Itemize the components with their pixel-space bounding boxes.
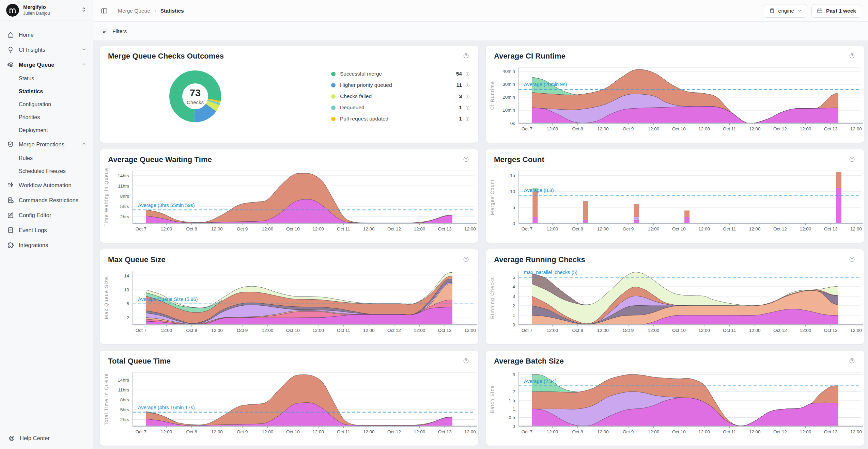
card-title: Average CI Runtime [494, 52, 565, 61]
sidebar-item-merge-queue[interactable]: Merge Queue [0, 57, 93, 72]
chart-running-checks[interactable]: max_parallel_checks (5) 012345Oct 712:00… [489, 266, 864, 336]
svg-text:Oct 11: Oct 11 [723, 328, 736, 333]
main-area: Merge Queue Statistics engine Past 1 wee… [93, 0, 868, 449]
svg-text:Oct 13: Oct 13 [438, 328, 452, 333]
chart-ci-runtime[interactable]: Average (26min 9s) 0s10min20min30min40mi… [489, 62, 864, 134]
svg-text:12:00: 12:00 [749, 328, 761, 333]
filters-label[interactable]: Filters [112, 28, 127, 34]
svg-text:12:00: 12:00 [262, 328, 274, 333]
legend-item-dequeued[interactable]: Dequeued 1 [331, 102, 470, 113]
svg-text:12:00: 12:00 [800, 328, 811, 333]
lifebuoy-icon [8, 435, 15, 442]
sidebar-toggle-button[interactable] [100, 7, 108, 15]
date-range-button[interactable]: Past 1 week [811, 4, 861, 18]
sidebar-item-config-editor[interactable]: Config Editor [0, 208, 93, 223]
help-circle-icon[interactable] [463, 357, 469, 364]
breadcrumb-merge-queue[interactable]: Merge Queue [118, 8, 150, 14]
legend-item-pull-request-updated[interactable]: Pull request updated 1 [331, 113, 470, 125]
svg-text:12:00: 12:00 [363, 328, 375, 333]
sidebar-item-deployment[interactable]: Deployment [0, 124, 93, 137]
sidebar-item-rules[interactable]: Rules [0, 152, 93, 165]
help-center-link[interactable]: Help Center [0, 427, 93, 449]
svg-text:12:00: 12:00 [698, 429, 710, 434]
help-circle-icon[interactable] [463, 256, 469, 263]
sidebar-item-integrations[interactable]: Integrations [0, 238, 93, 253]
info-circle-icon [465, 116, 470, 122]
filter-icon [102, 28, 109, 35]
topbar-divider [113, 7, 113, 15]
sidebar-item-statistics[interactable]: Statistics [0, 85, 93, 98]
org-switcher[interactable]: Mergifyio Julien Danjou [0, 0, 93, 20]
svg-text:Oct 7: Oct 7 [522, 226, 532, 231]
sidebar-item-home[interactable]: Home [0, 27, 93, 42]
legend-label: Higher priority queued [340, 82, 456, 88]
help-circle-icon[interactable] [849, 256, 855, 263]
legend-item-checks-failed[interactable]: Checks failed 3 [331, 91, 470, 102]
legend-label: Pull request updated [340, 116, 459, 122]
svg-text:12:00: 12:00 [464, 429, 476, 434]
svg-text:Total Time in Queue: Total Time in Queue [104, 373, 109, 425]
svg-text:0.5: 0.5 [509, 415, 515, 420]
repository-select[interactable]: engine [764, 4, 808, 18]
outcomes-donut[interactable]: 73 Checks [163, 64, 228, 129]
svg-text:Oct 9: Oct 9 [237, 328, 248, 333]
chart-merges-count[interactable]: Average (8.8) 051015Oct 712:00Oct 812:00… [489, 165, 864, 234]
chart-batch-size[interactable]: Average (2.34) 00.511.523Oct 712:00Oct 8… [489, 367, 864, 437]
sidebar-item-commands-restrictions[interactable]: Commands Restrictions [0, 193, 93, 208]
info-circle-icon [465, 94, 470, 99]
help-circle-icon [463, 256, 469, 263]
svg-text:Oct 11: Oct 11 [337, 429, 350, 434]
repository-select-value: engine [778, 8, 794, 14]
svg-text:12:00: 12:00 [464, 226, 476, 231]
sidebar-item-scheduled-freezes[interactable]: Scheduled Freezes [0, 165, 93, 178]
svg-text:2hrs: 2hrs [120, 214, 129, 219]
help-circle-icon[interactable] [463, 52, 469, 59]
sidebar-item-merge-protections[interactable]: Merge Protections [0, 137, 93, 152]
sidebar: Mergifyio Julien Danjou Home CI Insights… [0, 0, 93, 449]
chevron-up-icon [81, 141, 87, 146]
help-circle-icon [463, 357, 469, 364]
svg-text:12:00: 12:00 [160, 429, 172, 434]
help-circle-icon[interactable] [849, 52, 855, 59]
svg-text:Oct 8: Oct 8 [186, 328, 197, 333]
svg-text:12:00: 12:00 [698, 126, 710, 131]
selector-icon [80, 6, 87, 13]
legend-item-successful-merge[interactable]: Successful merge 54 [331, 68, 470, 80]
sidebar-item-event-logs[interactable]: Event Logs [0, 223, 93, 238]
svg-text:Oct 10: Oct 10 [672, 126, 686, 131]
svg-text:2hrs: 2hrs [120, 417, 129, 422]
chart-queue-waiting[interactable]: Average (3hrs 55min 59s) 2hrs5hrs8hrs11h… [103, 165, 478, 234]
svg-text:12:00: 12:00 [648, 126, 660, 131]
svg-text:2: 2 [512, 389, 515, 394]
sidebar-item-ci-insights[interactable]: CI Insights [0, 42, 93, 57]
svg-text:Oct 11: Oct 11 [337, 328, 350, 333]
sidebar-item-configuration[interactable]: Configuration [0, 98, 93, 111]
svg-text:1: 1 [512, 406, 515, 412]
calendar-icon [817, 7, 823, 14]
sidebar-item-workflow-automation[interactable]: Workflow Automation [0, 178, 93, 193]
chart-total-queue-time[interactable]: Average (4hrs 16min 17s) 2hrs5hrs8hrs11h… [103, 367, 478, 437]
legend-value: 1 [459, 105, 462, 111]
org-selector-icon[interactable] [80, 6, 87, 14]
svg-text:14hrs: 14hrs [118, 378, 129, 383]
card-title: Max Queue Size [108, 255, 166, 264]
svg-text:Average (3hrs 55min 59s): Average (3hrs 55min 59s) [138, 203, 195, 208]
chart-max-queue-size[interactable]: Average Queue Size (5.96) 261014Oct 712:… [103, 266, 478, 336]
help-circle-icon[interactable] [849, 156, 855, 163]
svg-text:Average Queue Size (5.96): Average Queue Size (5.96) [138, 296, 198, 302]
filter-icon[interactable] [102, 28, 109, 35]
card-batch-size: Average Batch Size Average (2.34) 00.511… [485, 350, 865, 446]
help-circle-icon[interactable] [849, 357, 855, 364]
org-name: Mergifyio [23, 4, 76, 11]
svg-text:10: 10 [510, 189, 515, 194]
sidebar-item-status[interactable]: Status [0, 72, 93, 85]
pencil-square-icon [7, 211, 14, 219]
help-circle-icon[interactable] [463, 156, 469, 163]
svg-text:0: 0 [512, 322, 515, 327]
sidebar-item-priorities[interactable]: Priorities [0, 111, 93, 124]
sidebar-subitem-label: Configuration [19, 101, 51, 108]
svg-text:Oct 13: Oct 13 [824, 429, 838, 434]
svg-text:15: 15 [510, 173, 515, 178]
legend-item-higher-priority-queued[interactable]: Higher priority queued 11 [331, 80, 470, 91]
sidebar-item-label: Home [19, 32, 87, 38]
